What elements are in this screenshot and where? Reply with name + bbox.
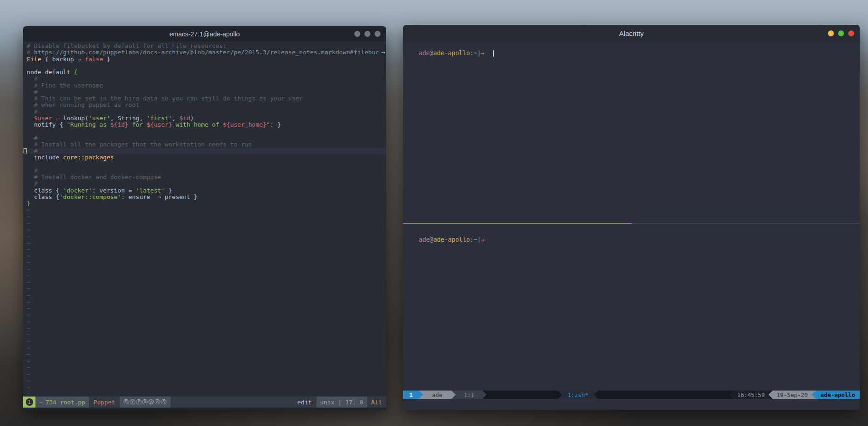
alacritty-titlebar[interactable]: Alacritty [403, 25, 860, 41]
empty-line-tilde: ~ [23, 305, 386, 312]
tmux-pane-divider[interactable] [403, 223, 860, 224]
tilde-fringe-icon: ~ [27, 226, 30, 233]
tmux-pane-bottom[interactable]: ade@ade-apollo:~|→ [403, 224, 860, 391]
truncation-arrow-icon: → [381, 49, 385, 56]
code-line[interactable]: # Find the username [23, 82, 386, 89]
close-button[interactable] [375, 31, 381, 37]
code-token: ${user} [147, 121, 172, 128]
code-token: class { [27, 187, 63, 194]
code-line[interactable]: include core::packages [23, 154, 386, 161]
code-line[interactable]: # [23, 148, 386, 154]
code-line[interactable]: # [23, 89, 386, 95]
edit-state-label: edit [297, 399, 311, 406]
emacs-echo-area [23, 408, 386, 410]
code-line[interactable]: } [23, 200, 386, 207]
tmux-pane-top[interactable]: ade@ade-apollo:~|→ [403, 41, 860, 223]
code-token: # Find the username [27, 82, 103, 89]
code-line[interactable]: node default { [23, 69, 386, 76]
code-line[interactable]: # [23, 76, 386, 82]
code-line[interactable]: # Disable filebucket by default for all … [23, 43, 386, 49]
empty-line-tilde: ~ [23, 279, 386, 286]
modified-indicator: – [39, 399, 43, 406]
tilde-fringe-icon: ~ [27, 206, 30, 213]
scroll-indicator: All [371, 399, 382, 406]
tilde-fringe-icon: ~ [27, 298, 30, 305]
code-line[interactable]: class {'docker::compose': ensure ⇒ prese… [23, 194, 386, 200]
encoding-position-label: unix | 17: 0 [317, 397, 367, 408]
empty-line-tilde: ~ [23, 299, 386, 305]
powerline-arrow-icon [768, 391, 773, 399]
code-line[interactable]: $user = lookup('user', String, 'first', … [23, 115, 386, 122]
buffer-name: 734 root.pp [46, 399, 85, 406]
powerline-arrow-icon [729, 391, 733, 399]
tmux-session-badge[interactable]: 1 [403, 391, 419, 399]
code-token: # [27, 180, 38, 187]
code-line[interactable]: File { backup ⇒ false } [23, 56, 386, 63]
code-token: } [165, 187, 172, 194]
minor-mode-icons: ⓈⓎⓅⓐⓌⓀⓈ [120, 397, 171, 408]
close-button[interactable] [848, 30, 854, 36]
empty-line-tilde: ~ [23, 325, 386, 332]
tilde-fringe-icon: ~ [27, 390, 30, 397]
empty-line-tilde: ~ [23, 345, 386, 351]
code-token: } [27, 200, 30, 207]
code-line[interactable]: # [23, 135, 386, 141]
code-token: = lookup( [52, 115, 88, 122]
code-token: class { [27, 193, 59, 200]
code-token [27, 115, 34, 122]
code-line[interactable] [23, 63, 386, 69]
empty-line-tilde: ~ [23, 351, 386, 358]
alacritty-window-controls [828, 25, 854, 41]
major-mode-label[interactable]: Puppet [94, 399, 115, 406]
maximize-button[interactable] [364, 31, 370, 37]
emacs-window: emacs-27.1@ade-apollo # Disable filebuck… [23, 26, 386, 410]
tmux-statusbar: 1 ade 1:1 1:zsh* 16:45:59 19-Sep-20 ade-… [403, 391, 860, 399]
tilde-fringe-icon: ~ [27, 266, 30, 273]
code-token: notify { [27, 121, 67, 128]
code-line[interactable]: # https://github.com/puppetlabs/docs-arc… [23, 49, 386, 56]
maximize-button[interactable] [838, 30, 844, 36]
tilde-fringe-icon: ~ [27, 331, 30, 338]
tmux-current-window[interactable]: 1:zsh* [562, 391, 594, 399]
code-token: : ensure ⇒ present } [121, 193, 198, 200]
code-line[interactable]: # [23, 109, 386, 115]
minimize-button[interactable] [828, 30, 834, 36]
tilde-fringe-icon: ~ [27, 338, 30, 344]
code-token: https://github.com/puppetlabs/docs-archi… [34, 49, 379, 56]
statusbar-filler [487, 391, 558, 399]
code-line[interactable]: # when running puppet as root [23, 102, 386, 108]
empty-line-tilde: ~ [23, 371, 386, 378]
code-token: # when running puppet as root [27, 101, 139, 108]
tilde-fringe-icon: ~ [27, 279, 30, 286]
code-line[interactable]: # [23, 168, 386, 174]
emacs-titlebar[interactable]: emacs-27.1@ade-apollo [23, 26, 386, 41]
code-token: # [27, 75, 38, 82]
code-token: : } [270, 121, 281, 128]
code-line[interactable]: # Install all the packages that the work… [23, 141, 386, 148]
empty-line-tilde: ~ [23, 273, 386, 279]
tilde-fringe-icon: ~ [27, 377, 30, 384]
emacs-buffer[interactable]: # Disable filebucket by default for all … [23, 41, 386, 397]
code-line[interactable]: # Install docker and docker-compose [23, 174, 386, 181]
statusbar-filler [598, 391, 729, 399]
tilde-fringe-icon: ~ [27, 292, 30, 299]
code-line[interactable]: class { 'docker': version ⇒ 'latest' } [23, 187, 386, 194]
code-token: 'first' [147, 115, 172, 122]
tmux-user-segment: ade [423, 391, 452, 399]
powerline-arrow-icon [452, 391, 456, 399]
code-line[interactable] [23, 128, 386, 134]
minimize-button[interactable] [354, 31, 360, 37]
code-line[interactable]: # This can be set in the hira data so yo… [23, 95, 386, 102]
code-line[interactable]: notify { "Running as ${id} for ${user} w… [23, 122, 386, 128]
code-token: 'docker' [63, 187, 92, 194]
tilde-fringe-icon: ~ [27, 285, 30, 292]
empty-line-tilde: ~ [23, 312, 386, 318]
tilde-fringe-icon: ~ [27, 259, 30, 266]
powerline-arrow-icon [812, 391, 816, 399]
code-token: core::packages [63, 154, 114, 161]
tilde-fringe-icon: ~ [27, 325, 30, 332]
code-token: false [85, 56, 103, 63]
code-line[interactable]: # [23, 181, 386, 187]
code-line[interactable] [23, 161, 386, 168]
tilde-fringe-icon: ~ [27, 305, 30, 312]
